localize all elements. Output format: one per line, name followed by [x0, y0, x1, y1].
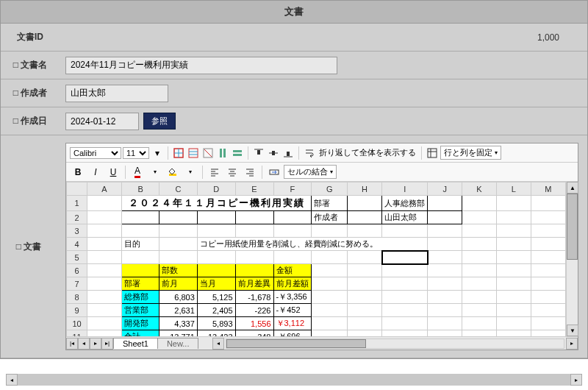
align-center-button[interactable] — [224, 166, 240, 179]
svg-line-7 — [204, 149, 212, 157]
freeze-icon[interactable] — [426, 146, 439, 160]
browse-button[interactable]: 参照 — [143, 113, 176, 130]
align-mid-icon[interactable] — [267, 146, 280, 160]
toolbar-main: Calibri 11 ▾ 折り返して全体を表示する — [66, 143, 578, 163]
col-L[interactable]: L — [496, 182, 531, 196]
horizontal-scrollbar[interactable] — [226, 338, 564, 349]
align-left-button[interactable] — [207, 166, 223, 179]
scroll-down-icon[interactable]: ▼ — [567, 325, 578, 336]
fill-color-caret[interactable]: ▾ — [182, 166, 198, 179]
svg-rect-17 — [287, 152, 290, 156]
merge-dropdown[interactable]: セルの結合▾ — [284, 165, 337, 179]
merge-icon[interactable] — [266, 166, 282, 179]
col-J[interactable]: J — [428, 182, 462, 196]
bold-button[interactable]: B — [70, 166, 86, 179]
author-label: □ 作成者 — [1, 79, 60, 107]
align-right-button[interactable] — [242, 166, 258, 179]
toolbar-format: B I U A ▾ ▾ セルの結合▾ — [66, 163, 578, 182]
col-C[interactable]: C — [159, 182, 198, 196]
document-panel: 文書 文書ID 1,000 □ 文書名 □ 作成者 □ 作成日 参照 □ 文書 … — [0, 0, 588, 359]
tab-new[interactable]: New... — [157, 338, 199, 349]
outer-right-icon[interactable]: ▸ — [570, 374, 582, 386]
row-date: □ 作成日 参照 — [1, 107, 587, 135]
hscroll-left-icon[interactable]: ◂ — [212, 338, 224, 350]
col-A[interactable]: A — [87, 182, 122, 196]
col-I[interactable]: I — [382, 182, 428, 196]
col-D[interactable]: D — [197, 182, 235, 196]
align-top-icon[interactable] — [252, 146, 265, 160]
panel-title: 文書 — [1, 1, 587, 24]
tab-prev-icon[interactable]: ◂ — [78, 338, 90, 350]
row-author: □ 作成者 — [1, 79, 587, 107]
italic-button[interactable]: I — [87, 166, 104, 179]
svg-rect-13 — [257, 150, 260, 155]
scroll-up-icon[interactable]: ▲ — [567, 182, 578, 194]
col-G[interactable]: G — [312, 182, 347, 196]
svg-rect-18 — [428, 149, 437, 157]
svg-rect-15 — [272, 151, 275, 155]
row-doc-id: 文書ID 1,000 — [1, 24, 587, 52]
outer-left-icon[interactable]: ◂ — [6, 374, 18, 386]
active-cell[interactable] — [382, 251, 428, 264]
col-B[interactable]: B — [121, 182, 159, 196]
tab-sheet1[interactable]: Sheet1 — [113, 338, 158, 349]
size-select[interactable]: 11 — [123, 147, 149, 159]
font-color-caret[interactable]: ▾ — [147, 166, 163, 179]
doc-body-label: □ 文書 — [1, 135, 57, 358]
svg-rect-3 — [189, 149, 198, 157]
caret-icon[interactable]: ▾ — [151, 146, 164, 160]
doc-id-label: 文書ID — [1, 24, 60, 51]
font-color-button[interactable]: A — [129, 166, 146, 179]
svg-rect-9 — [223, 149, 226, 157]
outer-horizontal-scrollbar[interactable]: ◂ ▸ — [6, 374, 582, 386]
col-icon[interactable] — [216, 146, 229, 160]
border2-icon[interactable] — [187, 146, 200, 160]
row-icon[interactable] — [231, 146, 244, 160]
spreadsheet: Calibri 11 ▾ 折り返して全体を表示する — [65, 143, 578, 350]
date-input[interactable] — [65, 113, 139, 130]
row-document: □ 文書 Calibri 11 ▾ — [1, 135, 587, 358]
tab-first-icon[interactable]: |◂ — [66, 338, 78, 350]
sheet-tabbar: |◂ ◂ ▸ ▸| Sheet1 New... ◂ ▸ — [66, 336, 578, 350]
fill-color-button[interactable] — [165, 166, 181, 179]
wrap-label[interactable]: 折り返して全体を表示する — [318, 147, 417, 158]
col-F[interactable]: F — [273, 182, 312, 196]
freeze-dropdown[interactable]: 行と列を固定▾ — [440, 146, 501, 160]
font-select[interactable]: Calibri — [70, 147, 121, 159]
date-label: □ 作成日 — [1, 107, 60, 135]
svg-rect-11 — [233, 154, 242, 156]
underline-button[interactable]: U — [105, 166, 121, 179]
doc-name-label: □ 文書名 — [1, 52, 60, 79]
select-all-corner[interactable] — [67, 182, 87, 196]
doc-id-value: 1,000 — [65, 32, 581, 43]
border3-icon[interactable] — [201, 146, 215, 160]
author-input[interactable] — [65, 85, 168, 102]
grid[interactable]: A B C D E F G H I J K L M 1 — [66, 182, 566, 336]
tab-next-icon[interactable]: ▸ — [90, 338, 101, 350]
align-bot-icon[interactable] — [282, 146, 295, 160]
doc-name-input[interactable] — [65, 57, 337, 74]
sheet-title[interactable]: ２０２４年１１月コピー機利用実績 — [122, 196, 311, 210]
col-H[interactable]: H — [347, 182, 381, 196]
svg-rect-8 — [220, 149, 222, 157]
row-doc-name: □ 文書名 — [1, 52, 587, 79]
svg-rect-10 — [233, 150, 242, 152]
hscroll-right-icon[interactable]: ▸ — [566, 338, 578, 350]
vertical-scrollbar[interactable]: ▲ ▼ — [566, 182, 578, 336]
col-E[interactable]: E — [235, 182, 273, 196]
border-icon[interactable] — [172, 146, 185, 160]
col-M[interactable]: M — [531, 182, 565, 196]
tab-last-icon[interactable]: ▸| — [101, 338, 113, 350]
wrap-icon[interactable] — [303, 146, 316, 160]
col-K[interactable]: K — [462, 182, 497, 196]
